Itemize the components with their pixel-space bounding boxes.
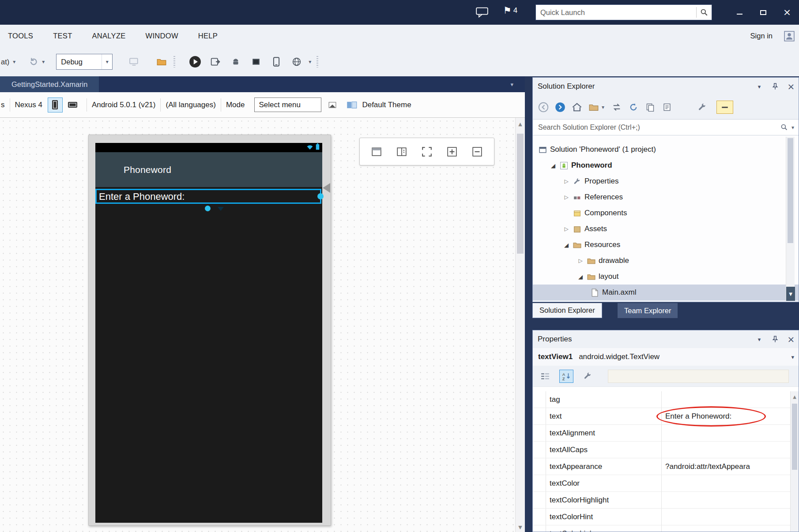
toolbar-overflow-icon[interactable] <box>309 59 311 65</box>
scroll-down-icon[interactable] <box>786 287 795 301</box>
property-value[interactable] <box>662 509 790 525</box>
toolbar-grip[interactable] <box>173 56 175 67</box>
portrait-orientation-button[interactable] <box>48 97 63 112</box>
home-icon[interactable] <box>572 102 582 112</box>
language-selector[interactable]: (All languages) <box>166 101 215 109</box>
sync-with-active-document-icon[interactable] <box>611 102 622 112</box>
theme-selector[interactable]: Default Theme <box>362 101 411 109</box>
device-log-icon[interactable] <box>249 55 263 68</box>
property-row[interactable]: textColorHint <box>533 509 790 525</box>
undo-dropdown-icon[interactable] <box>42 59 45 65</box>
android-version-selector[interactable]: Android 5.0.1 (v21) <box>92 101 156 109</box>
tab-list-dropdown-icon[interactable]: ▾ <box>510 81 513 88</box>
close-icon[interactable] <box>786 82 796 91</box>
search-icon[interactable] <box>779 122 790 133</box>
document-vertical-scrollbar[interactable] <box>515 118 525 532</box>
debug-configuration-combo[interactable]: Debug <box>56 54 113 70</box>
selected-textview[interactable]: Enter a Phoneword: <box>95 189 321 204</box>
property-value[interactable]: ?android:attr/textAppeara <box>662 458 790 475</box>
scrollbar-thumb[interactable] <box>788 138 793 243</box>
configuration-combo-fragment[interactable]: at) <box>1 58 15 66</box>
expander-icon[interactable] <box>561 226 572 232</box>
menu-analyze[interactable]: ANALYZE <box>85 25 133 47</box>
tree-item-properties[interactable]: Properties <box>533 173 799 189</box>
android-sdk-icon[interactable] <box>229 55 242 68</box>
theme-panes-icon[interactable] <box>345 98 358 112</box>
tree-item-assets[interactable]: Assets <box>533 221 799 237</box>
menu-window[interactable]: WINDOW <box>139 25 185 47</box>
panel-menu-icon[interactable] <box>754 82 764 91</box>
property-row[interactable]: textColorLink <box>533 525 790 532</box>
feedback-icon[interactable] <box>476 7 488 18</box>
solution-search-box[interactable] <box>533 119 799 135</box>
menu-preview-icon[interactable] <box>326 98 339 112</box>
chevron-down-icon[interactable] <box>791 354 794 360</box>
tree-item-phoneword-project[interactable]: Phoneword <box>533 157 799 173</box>
tree-item-layout[interactable]: layout <box>533 269 799 285</box>
search-icon[interactable] <box>697 5 712 20</box>
pin-icon[interactable] <box>770 82 780 91</box>
property-row[interactable]: textAlignment <box>533 425 790 442</box>
android-screen[interactable]: Phoneword Enter a Phoneword: <box>95 143 322 523</box>
selected-object-combo[interactable]: textView1 android.widget.TextView <box>533 348 799 366</box>
pin-icon[interactable] <box>770 334 780 344</box>
scrollbar-thumb[interactable] <box>517 134 524 254</box>
menu-help[interactable]: HELP <box>191 25 225 47</box>
tab-solution-explorer[interactable]: Solution Explorer <box>532 303 602 318</box>
properties-filter-strip[interactable] <box>608 370 789 383</box>
properties-wrench-icon[interactable] <box>697 102 708 112</box>
property-row[interactable]: textColor <box>533 475 790 492</box>
view-code-icon[interactable] <box>662 102 672 112</box>
menu-test[interactable]: TEST <box>46 25 79 47</box>
android-content[interactable] <box>95 187 322 523</box>
solution-search-input[interactable] <box>533 124 779 131</box>
emulator-icon[interactable] <box>290 55 303 68</box>
property-value[interactable] <box>662 492 790 508</box>
minimize-button[interactable] <box>727 0 751 25</box>
expander-icon[interactable] <box>575 273 586 280</box>
categorized-view-button[interactable] <box>538 370 552 383</box>
property-row[interactable]: textAppearance ?android:attr/textAppeara <box>533 458 790 475</box>
property-value[interactable] <box>662 425 790 441</box>
dock-top-layout-icon[interactable] <box>368 143 385 160</box>
resize-handle-icon[interactable] <box>317 193 324 199</box>
expander-icon[interactable] <box>561 194 572 200</box>
zoom-in-icon[interactable] <box>444 143 460 160</box>
adorner-dropdown-icon[interactable] <box>218 207 224 211</box>
property-row[interactable]: textColorHighlight <box>533 492 790 509</box>
property-row[interactable]: textAllCaps <box>533 442 790 458</box>
deploy-icon[interactable] <box>209 55 222 68</box>
property-value[interactable] <box>662 525 790 532</box>
property-value[interactable] <box>662 475 790 491</box>
scroll-down-icon[interactable] <box>516 525 525 530</box>
menu-selector-combo[interactable]: Select menu <box>254 97 321 112</box>
quick-launch-input[interactable] <box>536 8 696 17</box>
tree-item-main-axml[interactable]: Main.axml <box>533 285 799 300</box>
zoom-out-icon[interactable] <box>469 143 486 160</box>
device-selector[interactable]: Nexus 4 <box>15 101 42 109</box>
adorner-handle-icon[interactable] <box>205 206 211 211</box>
search-options-icon[interactable] <box>791 124 794 131</box>
expander-icon[interactable] <box>561 242 572 248</box>
panel-menu-icon[interactable] <box>754 334 764 344</box>
expander-icon[interactable] <box>548 162 558 169</box>
show-all-files-icon[interactable] <box>645 102 656 112</box>
tree-item-drawable[interactable]: drawable <box>533 253 799 269</box>
open-file-icon[interactable] <box>155 55 168 68</box>
tab-team-explorer[interactable]: Team Explorer <box>618 303 678 318</box>
start-debug-icon[interactable] <box>188 55 202 68</box>
scrollbar-thumb[interactable] <box>792 404 797 470</box>
chevron-down-icon[interactable] <box>102 54 112 69</box>
device-manager-icon[interactable] <box>270 55 283 68</box>
property-row-text[interactable]: text Enter a Phoneword: <box>533 408 790 425</box>
tree-item-resources[interactable]: Resources <box>533 237 799 253</box>
undo-icon[interactable] <box>27 55 40 68</box>
close-button[interactable] <box>775 0 799 25</box>
notifications-flag-icon[interactable]: 4 <box>503 5 517 16</box>
property-value[interactable] <box>662 442 790 458</box>
solution-explorer-header[interactable]: Solution Explorer <box>533 78 799 95</box>
property-value[interactable] <box>662 391 790 408</box>
tree-item-references[interactable]: References <box>533 189 799 205</box>
tree-item-components[interactable]: Components <box>533 205 799 221</box>
tree-item-solution[interactable]: Solution 'Phoneword' (1 project) <box>533 142 799 157</box>
